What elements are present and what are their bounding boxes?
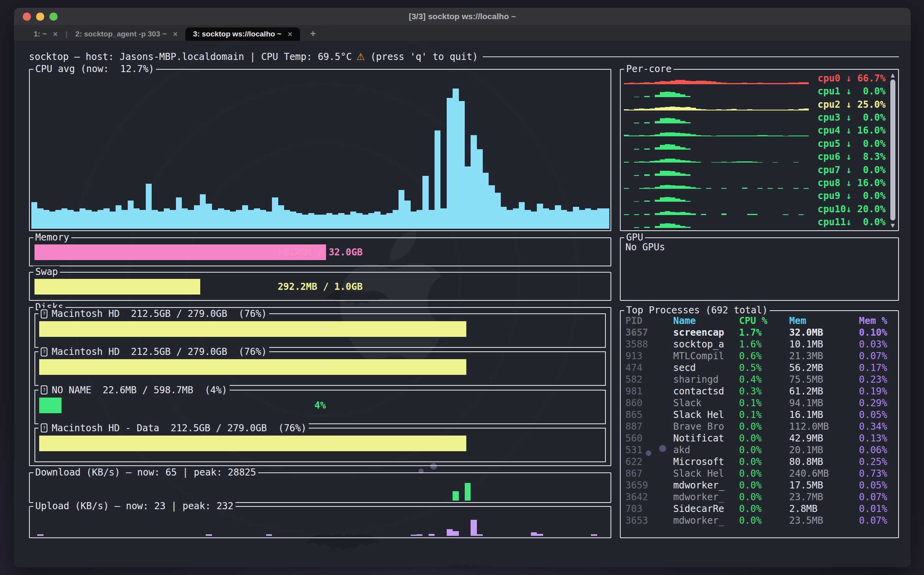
process-cell-name: SidecarRe xyxy=(673,503,739,515)
new-tab-button[interactable]: + xyxy=(307,29,319,41)
close-window-button[interactable] xyxy=(23,13,31,21)
chart-bar xyxy=(794,188,799,189)
chart-bar xyxy=(742,188,747,189)
process-cell-name: socktop_a xyxy=(673,338,739,350)
chart-bar xyxy=(447,529,453,536)
chart-bar xyxy=(680,226,685,228)
process-row: 913MTLCompil0.6%21.3MB0.07% xyxy=(625,350,894,362)
process-cell-pid: 3657 xyxy=(625,327,673,338)
chart-bar xyxy=(236,210,242,229)
chart-bar xyxy=(543,208,549,229)
scrollbar[interactable]: ▲ ▼ xyxy=(888,71,897,229)
chart-bar xyxy=(721,110,727,110)
chart-bar xyxy=(670,171,675,176)
chart-bar xyxy=(188,210,194,229)
chart-bar xyxy=(675,146,680,150)
minimize-window-button[interactable] xyxy=(36,13,44,21)
chart-bar xyxy=(320,215,326,229)
chart-bar xyxy=(411,535,417,536)
chart-bar xyxy=(783,136,788,137)
chart-bar xyxy=(650,135,655,137)
process-row: 3653mdworker_0.0%23.5MB0.07% xyxy=(625,515,894,526)
chart-bar xyxy=(690,161,696,163)
chart-bar xyxy=(644,174,649,176)
process-cell-mem: 23.7MB xyxy=(789,491,859,503)
chart-bar xyxy=(634,149,639,150)
chart-bar xyxy=(579,210,585,229)
chart-bar xyxy=(146,184,152,229)
chart-bar xyxy=(752,136,757,136)
core-row-cpu2: cpu2 ↓ 25.0% xyxy=(624,99,886,110)
process-cell-name: screencap xyxy=(673,327,739,338)
chart-bar xyxy=(747,136,752,137)
process-cell-cpu: 0.0% xyxy=(739,479,789,491)
chart-bar xyxy=(732,136,737,136)
chart-bar xyxy=(752,83,757,84)
download-chart xyxy=(31,476,609,501)
chart-bar xyxy=(660,92,665,97)
memory-gauge: 16.2GB / 32.0GB16.2GB / 32.0GB xyxy=(34,244,606,260)
process-cell-pid: 582 xyxy=(625,374,673,385)
chart-bar xyxy=(742,83,747,84)
close-tab-icon[interactable]: × xyxy=(173,30,178,39)
chart-bar xyxy=(675,107,680,110)
upload-panel: Upload (KB/s) — now: 23 | peak: 232 xyxy=(29,506,611,538)
gpu-title: GPU xyxy=(624,231,645,243)
process-cell-cpu: 0.1% xyxy=(739,397,789,409)
core-row-cpu1: cpu1 ↓ 0.0% xyxy=(624,86,886,97)
chart-bar xyxy=(624,135,629,136)
scroll-up-icon[interactable]: ▲ xyxy=(891,71,895,78)
close-tab-icon[interactable]: × xyxy=(53,30,58,39)
disks-panel: Disks ?Macintosh HD 212.5GB / 279.0GB (7… xyxy=(29,307,611,466)
chart-bar xyxy=(747,161,752,163)
chart-bar xyxy=(134,208,140,229)
chart-bar xyxy=(629,136,634,137)
process-cell-pid: 531 xyxy=(625,444,673,456)
chart-bar xyxy=(386,213,392,229)
process-cell-memp: 0.05% xyxy=(859,479,894,491)
process-row: 622Microsoft0.0%80.8MB0.25% xyxy=(625,456,894,468)
tab-1[interactable]: 1: ~ × xyxy=(26,27,65,41)
tab-2[interactable]: 2: socktop_agent -p 303 ~ × xyxy=(67,27,185,41)
chart-bar xyxy=(680,80,685,84)
chart-bar xyxy=(665,211,670,215)
zoom-window-button[interactable] xyxy=(49,13,58,21)
chart-bar xyxy=(411,212,417,229)
chart-bar xyxy=(665,92,670,97)
chart-bar xyxy=(170,210,176,229)
process-cell-memp: 0.73% xyxy=(859,468,894,479)
core-label: cpu3 ↓ 0.0% xyxy=(810,112,886,123)
chart-bar xyxy=(670,212,675,215)
process-cell-name: mdworker_ xyxy=(673,515,739,526)
process-cell-mem: 56.2MB xyxy=(789,362,859,374)
chart-bar xyxy=(763,110,768,110)
chart-bar xyxy=(701,109,706,110)
chart-bar xyxy=(98,210,103,229)
scroll-down-icon[interactable]: ▼ xyxy=(891,222,895,229)
chart-bar xyxy=(519,202,525,229)
chart-bar xyxy=(706,188,711,189)
chart-bar xyxy=(531,532,537,536)
close-tab-icon[interactable]: × xyxy=(288,30,292,39)
process-cell-memp: 0.07% xyxy=(859,350,894,362)
process-cell-pid: 981 xyxy=(625,385,673,397)
chart-bar xyxy=(763,83,768,84)
chart-bar xyxy=(639,108,644,110)
chart-bar xyxy=(555,205,561,229)
disk-item-title: ?Macintosh HD - Data 212.5GB / 279.0GB (… xyxy=(38,422,309,434)
chart-bar xyxy=(121,210,127,229)
chart-bar xyxy=(665,171,670,176)
process-cell-pid: 3653 xyxy=(625,515,673,526)
process-cell-cpu: 0.0% xyxy=(739,515,789,526)
chart-bar xyxy=(675,159,680,163)
process-cell-cpu: 1.7% xyxy=(739,327,789,338)
process-cell-name: Slack Hel xyxy=(673,409,739,421)
core-label: cpu7 ↓ 0.0% xyxy=(810,165,886,176)
col-pid: PID xyxy=(625,315,673,327)
chart-bar xyxy=(634,123,639,123)
tab-3-active[interactable]: 3: socktop ws://localho ~ × xyxy=(185,27,300,41)
chart-bar xyxy=(701,214,706,215)
scrollbar-thumb[interactable] xyxy=(890,80,895,221)
chart-bar xyxy=(537,204,543,229)
process-row: 582sharingd0.4%75.5MB0.23% xyxy=(625,374,894,385)
